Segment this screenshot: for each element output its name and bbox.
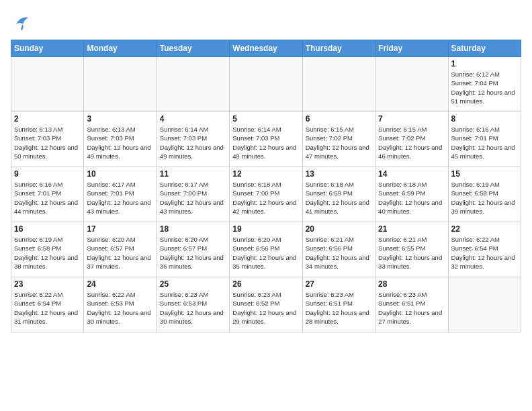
day-number: 20 [306,224,372,234]
day-info: Sunrise: 6:22 AM Sunset: 6:54 PM Dayligh… [14,290,81,326]
day-number: 24 [87,279,153,289]
day-cell: 25Sunrise: 6:23 AM Sunset: 6:53 PM Dayli… [157,277,229,332]
day-cell: 7Sunrise: 6:15 AM Sunset: 7:02 PM Daylig… [375,112,448,167]
day-cell: 27Sunrise: 6:23 AM Sunset: 6:51 PM Dayli… [302,277,375,332]
day-cell: 8Sunrise: 6:16 AM Sunset: 7:01 PM Daylig… [448,112,521,167]
day-number: 9 [14,169,81,179]
day-number: 10 [87,169,153,179]
day-cell: 13Sunrise: 6:18 AM Sunset: 6:59 PM Dayli… [302,167,375,222]
day-number: 12 [232,169,299,179]
day-info: Sunrise: 6:18 AM Sunset: 6:59 PM Dayligh… [306,180,372,216]
day-info: Sunrise: 6:21 AM Sunset: 6:55 PM Dayligh… [378,235,445,271]
weekday-header-row: SundayMondayTuesdayWednesdayThursdayFrid… [11,40,521,57]
day-info: Sunrise: 6:23 AM Sunset: 6:52 PM Dayligh… [232,290,299,326]
week-row-2: 9Sunrise: 6:16 AM Sunset: 7:01 PM Daylig… [11,167,521,222]
day-cell [230,57,302,112]
day-number: 11 [160,169,226,179]
day-info: Sunrise: 6:23 AM Sunset: 6:51 PM Dayligh… [306,290,372,326]
weekday-header-monday: Monday [84,40,157,57]
day-number: 28 [378,279,445,289]
day-cell: 10Sunrise: 6:17 AM Sunset: 7:01 PM Dayli… [84,167,157,222]
day-cell: 21Sunrise: 6:21 AM Sunset: 6:55 PM Dayli… [375,222,448,277]
day-cell: 6Sunrise: 6:15 AM Sunset: 7:02 PM Daylig… [302,112,375,167]
day-number: 25 [160,279,226,289]
day-cell [157,57,229,112]
day-number: 17 [87,224,153,234]
weekday-header-friday: Friday [375,40,448,57]
day-info: Sunrise: 6:16 AM Sunset: 7:01 PM Dayligh… [451,125,518,161]
day-cell: 1Sunrise: 6:12 AM Sunset: 7:04 PM Daylig… [448,57,521,112]
day-number: 4 [160,114,226,124]
day-cell: 26Sunrise: 6:23 AM Sunset: 6:52 PM Dayli… [230,277,302,332]
day-number: 5 [232,114,299,124]
day-info: Sunrise: 6:18 AM Sunset: 7:00 PM Dayligh… [232,180,299,216]
day-number: 21 [378,224,445,234]
day-cell: 18Sunrise: 6:20 AM Sunset: 6:57 PM Dayli… [157,222,229,277]
day-info: Sunrise: 6:12 AM Sunset: 7:04 PM Dayligh… [451,70,518,105]
day-number: 23 [14,279,81,289]
weekday-header-thursday: Thursday [302,40,375,57]
day-info: Sunrise: 6:19 AM Sunset: 6:58 PM Dayligh… [451,180,518,216]
day-cell [84,57,157,112]
day-number: 6 [306,114,372,124]
day-info: Sunrise: 6:20 AM Sunset: 6:56 PM Dayligh… [232,235,299,271]
day-cell: 5Sunrise: 6:14 AM Sunset: 7:03 PM Daylig… [230,112,302,167]
day-info: Sunrise: 6:14 AM Sunset: 7:03 PM Dayligh… [232,125,299,161]
day-number: 18 [160,224,226,234]
day-cell: 4Sunrise: 6:14 AM Sunset: 7:03 PM Daylig… [157,112,229,167]
weekday-header-wednesday: Wednesday [230,40,302,57]
day-cell: 28Sunrise: 6:23 AM Sunset: 6:51 PM Dayli… [375,277,448,332]
day-cell: 24Sunrise: 6:22 AM Sunset: 6:53 PM Dayli… [84,277,157,332]
week-row-0: 1Sunrise: 6:12 AM Sunset: 7:04 PM Daylig… [11,57,521,112]
day-info: Sunrise: 6:22 AM Sunset: 6:53 PM Dayligh… [87,290,153,326]
day-number: 19 [232,224,299,234]
day-info: Sunrise: 6:13 AM Sunset: 7:03 PM Dayligh… [14,125,81,161]
weekday-header-tuesday: Tuesday [157,40,229,57]
day-info: Sunrise: 6:20 AM Sunset: 6:57 PM Dayligh… [160,235,226,271]
day-number: 8 [451,114,518,124]
day-cell: 22Sunrise: 6:22 AM Sunset: 6:54 PM Dayli… [448,222,521,277]
day-info: Sunrise: 6:15 AM Sunset: 7:02 PM Dayligh… [306,125,372,161]
day-number: 1 [451,59,518,68]
page: SundayMondayTuesdayWednesdayThursdayFrid… [0,0,532,339]
day-info: Sunrise: 6:18 AM Sunset: 6:59 PM Dayligh… [378,180,445,216]
day-cell: 12Sunrise: 6:18 AM Sunset: 7:00 PM Dayli… [230,167,302,222]
day-info: Sunrise: 6:14 AM Sunset: 7:03 PM Dayligh… [160,125,226,161]
day-number: 26 [232,279,299,289]
day-cell: 20Sunrise: 6:21 AM Sunset: 6:56 PM Dayli… [302,222,375,277]
header [11,11,521,36]
day-cell: 2Sunrise: 6:13 AM Sunset: 7:03 PM Daylig… [11,112,84,167]
day-cell: 9Sunrise: 6:16 AM Sunset: 7:01 PM Daylig… [11,167,84,222]
day-number: 2 [14,114,81,124]
day-info: Sunrise: 6:13 AM Sunset: 7:03 PM Dayligh… [87,125,153,161]
logo [11,11,35,36]
day-cell [302,57,375,112]
day-number: 13 [306,169,372,179]
day-cell: 16Sunrise: 6:19 AM Sunset: 6:58 PM Dayli… [11,222,84,277]
day-cell: 3Sunrise: 6:13 AM Sunset: 7:03 PM Daylig… [84,112,157,167]
day-number: 3 [87,114,153,124]
week-row-4: 23Sunrise: 6:22 AM Sunset: 6:54 PM Dayli… [11,277,521,332]
day-cell [11,57,84,112]
day-cell: 15Sunrise: 6:19 AM Sunset: 6:58 PM Dayli… [448,167,521,222]
logo-bird-icon [11,11,32,36]
day-info: Sunrise: 6:17 AM Sunset: 7:00 PM Dayligh… [160,180,226,216]
day-info: Sunrise: 6:21 AM Sunset: 6:56 PM Dayligh… [306,235,372,271]
day-info: Sunrise: 6:22 AM Sunset: 6:54 PM Dayligh… [451,235,518,271]
day-number: 16 [14,224,81,234]
day-info: Sunrise: 6:23 AM Sunset: 6:51 PM Dayligh… [378,290,445,326]
day-info: Sunrise: 6:23 AM Sunset: 6:53 PM Dayligh… [160,290,226,326]
day-number: 15 [451,169,518,179]
calendar-table: SundayMondayTuesdayWednesdayThursdayFrid… [11,40,521,332]
day-cell: 23Sunrise: 6:22 AM Sunset: 6:54 PM Dayli… [11,277,84,332]
day-info: Sunrise: 6:19 AM Sunset: 6:58 PM Dayligh… [14,235,81,271]
day-number: 14 [378,169,445,179]
day-cell: 14Sunrise: 6:18 AM Sunset: 6:59 PM Dayli… [375,167,448,222]
day-info: Sunrise: 6:20 AM Sunset: 6:57 PM Dayligh… [87,235,153,271]
day-cell: 17Sunrise: 6:20 AM Sunset: 6:57 PM Dayli… [84,222,157,277]
day-cell: 19Sunrise: 6:20 AM Sunset: 6:56 PM Dayli… [230,222,302,277]
weekday-header-saturday: Saturday [448,40,521,57]
week-row-3: 16Sunrise: 6:19 AM Sunset: 6:58 PM Dayli… [11,222,521,277]
day-cell [375,57,448,112]
day-number: 7 [378,114,445,124]
